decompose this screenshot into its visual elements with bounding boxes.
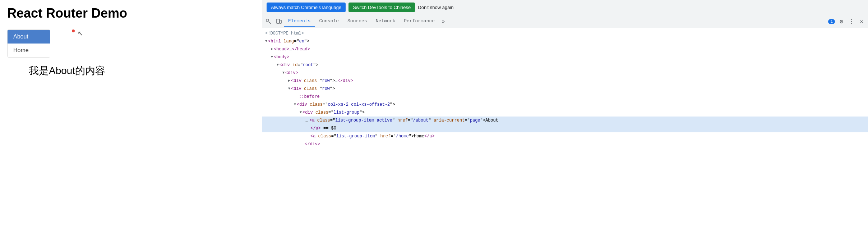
svg-rect-0 [266,19,268,21]
more-options-icon[interactable]: ⋮ [846,17,857,27]
triangle-icon[interactable]: ▶ [271,46,273,53]
content-area: 我是About的内容 [7,64,255,78]
cursor-arrow: ↖ [78,29,83,37]
browser-panel: React Router Demo About Home ↖ 我是About的内… [0,0,262,228]
triangle-icon[interactable]: ▶ [288,78,290,84]
triangle-icon[interactable]: ▼ [294,101,296,108]
triangle-icon[interactable]: ▼ [300,109,302,116]
cursor-dot [72,29,75,32]
settings-icon[interactable]: ⚙ [836,17,846,27]
dom-div-col[interactable]: ▼ <div class =" col-xs-2 col-xs-offset-2… [262,101,868,109]
device-icon[interactable] [274,17,284,27]
nav-about[interactable]: About [8,30,50,44]
notification-bar: Always match Chrome's language Switch De… [262,0,868,15]
dom-a-home[interactable]: <a class =" list-group-item " href =" /h… [262,132,868,140]
dom-before-pseudo: ::before [262,93,868,101]
dont-show-again-button[interactable]: Don't show again [418,5,453,10]
more-tabs-button[interactable]: » [439,17,448,26]
tab-sources[interactable]: Sources [343,16,371,27]
triangle-icon[interactable]: ▼ [282,70,285,76]
about-content: 我是About的内容 [29,64,105,78]
main-layout: React Router Demo About Home ↖ 我是About的内… [0,0,868,228]
inspector-icon[interactable] [264,17,274,27]
devtools-tabs: Elements Console Sources Network Perform… [262,15,868,28]
svg-rect-2 [280,20,281,23]
svg-rect-1 [277,19,280,23]
triangle-icon[interactable]: ▼ [288,86,290,92]
notification-badge: 1 [828,19,835,24]
triangle-icon[interactable]: ▼ [271,54,273,60]
close-devtools-button[interactable]: ✕ [857,17,867,27]
dom-div-list-group[interactable]: ▼ <div class =" list-group "> [262,109,868,117]
triangle-icon[interactable]: ▼ [265,38,267,45]
dom-body[interactable]: ▼ <body> [262,53,868,61]
triangle-icon[interactable]: ▼ [277,62,279,68]
dom-html[interactable]: ▼ <html lang =" en "> [262,37,868,45]
devtools-panel: Elements Console Sources Network Perform… [262,0,868,228]
tab-elements[interactable]: Elements [284,16,315,27]
nav-menu: About Home [7,29,50,58]
match-language-button[interactable]: Always match Chrome's language [267,3,346,12]
dom-a-about[interactable]: … <a class =" list-group-item active " h… [262,117,868,124]
dom-doctype: <!DOCTYPE html> [262,29,868,37]
dom-div-root[interactable]: ▼ <div id =" root "> [262,61,868,69]
dom-div-row-collapsed[interactable]: ▶ <div class =" row "> … </div> [262,77,868,85]
dom-div-list-group-close: </div> [262,140,868,148]
devtools-dom-content: <!DOCTYPE html> ▼ <html lang =" en "> ▶ … [262,28,868,228]
page-title: React Router Demo [7,6,255,21]
dom-ellipsis: … [305,117,308,124]
tab-performance[interactable]: Performance [400,16,439,27]
dom-a-about-close: </a> == $0 [262,124,868,132]
switch-chinese-button[interactable]: Switch DevTools to Chinese [348,3,415,12]
dom-head[interactable]: ▶ <head> … </head> [262,45,868,53]
nav-home[interactable]: Home [8,44,50,57]
tab-console[interactable]: Console [315,16,343,27]
tab-network[interactable]: Network [371,16,400,27]
dom-div-inner[interactable]: ▼ <div> [262,69,868,77]
dom-div-row-open[interactable]: ▼ <div class =" row "> [262,85,868,93]
